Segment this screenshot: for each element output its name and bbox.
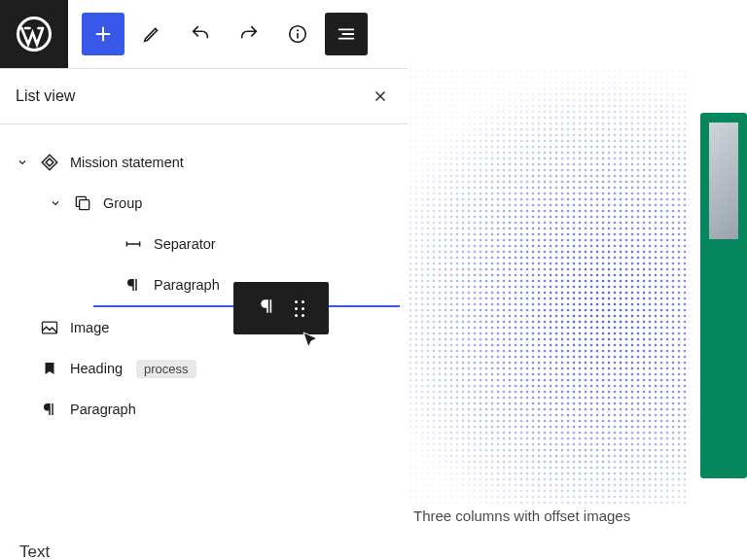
drag-preview-chip (233, 282, 329, 334)
wordpress-logo[interactable] (0, 0, 68, 68)
tree-item-label: Image (70, 320, 109, 335)
list-view-icon (336, 23, 357, 45)
preview-card (700, 113, 747, 478)
drag-handle-icon (295, 300, 304, 317)
pencil-icon (141, 23, 162, 45)
pattern-preview: Three columns with offset images (408, 68, 747, 560)
tree-item-label: Group (103, 195, 142, 211)
chevron-down-icon[interactable] (16, 157, 29, 168)
details-button[interactable] (276, 13, 319, 55)
tree-item-group[interactable]: Group (0, 183, 408, 224)
block-tree: Mission statement Group Separator Paragr… (0, 124, 408, 430)
separator-icon (123, 233, 144, 255)
info-icon (287, 23, 308, 45)
svg-point-2 (297, 29, 299, 31)
undo-button[interactable] (179, 13, 222, 55)
tree-item-label: Separator (154, 236, 216, 252)
category-label: Text (19, 542, 50, 560)
image-icon (39, 317, 60, 338)
list-view-header: List view (0, 69, 408, 124)
toolbar-buttons (68, 13, 368, 55)
paragraph-icon (123, 274, 144, 296)
preview-card-image (709, 122, 738, 239)
tree-item-image[interactable]: Image (0, 307, 408, 348)
close-button[interactable] (369, 85, 392, 108)
halftone-image (408, 68, 690, 506)
pattern-icon (39, 152, 60, 173)
paragraph-icon (258, 297, 277, 320)
heading-icon (39, 358, 60, 379)
undo-icon (190, 23, 211, 45)
list-view-button[interactable] (325, 13, 368, 55)
paragraph-icon (39, 399, 60, 420)
svg-rect-6 (80, 200, 89, 210)
svg-rect-7 (43, 322, 57, 333)
plus-icon (92, 23, 114, 45)
cursor-icon (302, 331, 321, 350)
tree-item-label: Paragraph (70, 402, 136, 417)
add-block-button[interactable] (82, 13, 124, 55)
svg-rect-3 (42, 155, 57, 170)
tree-item-paragraph[interactable]: Paragraph (0, 264, 408, 305)
tree-item-separator[interactable]: Separator (0, 224, 408, 264)
tree-item-label: Heading (70, 361, 123, 376)
pattern-caption: Three columns with offset images (413, 508, 630, 524)
redo-button[interactable] (228, 13, 270, 55)
tree-item-paragraph-2[interactable]: Paragraph (0, 389, 408, 430)
redo-icon (238, 23, 260, 45)
editor-toolbar (0, 0, 747, 68)
chevron-down-icon[interactable] (49, 197, 62, 209)
group-icon (72, 192, 93, 214)
tree-item-label: Paragraph (154, 277, 220, 293)
panel-title: List view (16, 88, 75, 105)
block-tag: process (136, 360, 196, 378)
tools-button[interactable] (130, 13, 173, 55)
tree-item-label: Mission statement (70, 155, 184, 170)
tree-item-mission-statement[interactable]: Mission statement (0, 142, 408, 183)
tree-item-heading[interactable]: Heading process (0, 348, 408, 389)
close-icon (372, 88, 389, 105)
svg-rect-4 (46, 158, 53, 166)
list-view-panel: List view Mission statement Group (0, 68, 408, 430)
wordpress-icon (17, 17, 52, 52)
